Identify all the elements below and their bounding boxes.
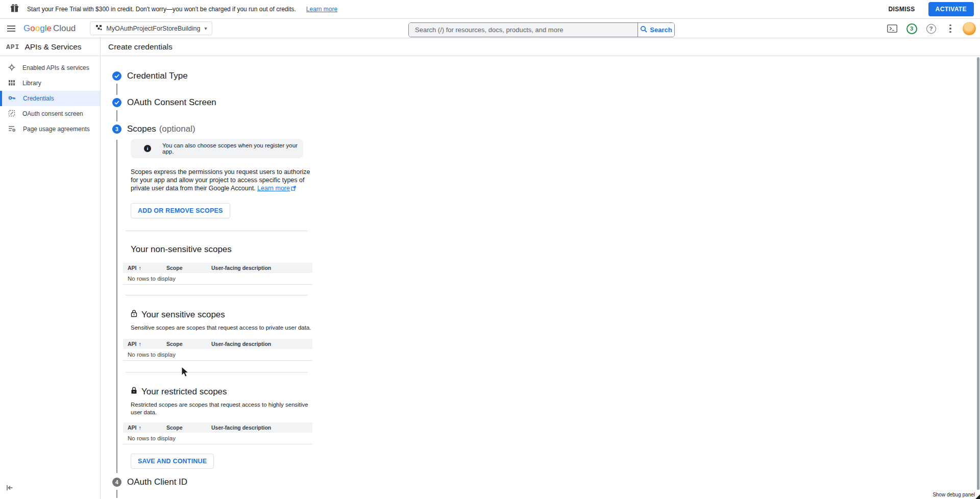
step-number-badge: 3 [112, 124, 121, 134]
step-connector [116, 490, 117, 498]
library-icon [8, 79, 15, 88]
trial-banner: Start your Free Trial with $300 in credi… [0, 0, 980, 19]
dismiss-button[interactable]: DISMISS [884, 3, 919, 16]
trial-banner-text: Start your Free Trial with $300 in credi… [27, 6, 296, 13]
external-link-icon [291, 185, 296, 193]
search-button[interactable]: Search [638, 23, 674, 37]
main-content: Create credentials Credential Type OAuth… [101, 38, 980, 499]
sidebar-item-page-usage[interactable]: Page usage agreements [0, 121, 100, 137]
step-oauth-client-id[interactable]: 4 OAuth Client ID [101, 477, 980, 487]
project-icon [95, 24, 102, 33]
restricted-scopes-description: Restricted scopes are scopes that reques… [131, 401, 321, 416]
divider [126, 295, 308, 295]
divider [126, 372, 308, 372]
scopes-info-note: i You can also choose scopes when you re… [131, 139, 303, 158]
api-column-header[interactable]: API↑ [128, 341, 166, 347]
cloud-shell-icon[interactable] [885, 21, 899, 36]
scope-column-header[interactable]: Scope [166, 425, 211, 431]
step-complete-icon [112, 98, 121, 107]
search-bar: Search [408, 22, 675, 37]
debug-corner-fold[interactable] [975, 494, 980, 499]
divider [126, 231, 308, 231]
step-connector [116, 84, 117, 95]
empty-rows-message: No rows to display [123, 349, 312, 361]
enabled-apis-icon [8, 64, 15, 72]
api-column-header[interactable]: API↑ [128, 425, 166, 431]
sidebar: API APIs & Services Enabled APIs & servi… [0, 38, 101, 499]
agreements-icon [8, 125, 16, 134]
step-number-badge: 4 [112, 478, 121, 487]
gift-icon [10, 4, 19, 14]
scope-column-header[interactable]: Scope [166, 341, 211, 347]
page-title: Create credentials [108, 42, 173, 52]
sidebar-item-library[interactable]: Library [0, 76, 100, 91]
step-scopes[interactable]: 3 Scopes (optional) [101, 124, 980, 134]
activate-button[interactable]: ACTIVATE [928, 2, 974, 16]
empty-rows-message: No rows to display [123, 273, 312, 285]
help-icon[interactable]: ? [924, 21, 938, 36]
collapse-sidebar-icon[interactable] [6, 484, 13, 493]
sidebar-item-credentials[interactable]: Credentials [0, 91, 100, 106]
step-complete-icon [112, 71, 121, 81]
menu-icon[interactable] [1, 19, 21, 38]
add-or-remove-scopes-button[interactable]: ADD OR REMOVE SCOPES [131, 203, 230, 218]
sort-ascending-icon: ↑ [139, 425, 142, 431]
notifications-badge[interactable]: 3 [904, 21, 919, 36]
scopes-learn-more-link[interactable]: Learn more [257, 185, 296, 192]
scopes-step-body: i You can also choose scopes when you re… [101, 139, 980, 474]
step-oauth-consent-screen[interactable]: OAuth Consent Screen [101, 97, 980, 108]
lock-open-icon [131, 310, 137, 320]
show-debug-panel-link[interactable]: Show debug panel [933, 492, 975, 497]
consent-screen-icon [8, 110, 15, 118]
sort-ascending-icon: ↑ [139, 265, 142, 271]
google-cloud-logo[interactable]: GoogleCloud [23, 23, 76, 34]
project-selector[interactable]: MyOAuthProjectForStoreBuilding ▾ [90, 21, 212, 35]
sidebar-item-enabled-apis[interactable]: Enabled APIs & services [0, 60, 100, 76]
restricted-scopes-table: API↑ Scope User-facing description No ro… [123, 422, 312, 444]
avatar[interactable] [963, 22, 976, 35]
search-input[interactable] [409, 23, 638, 37]
empty-rows-message: No rows to display [123, 433, 312, 444]
sensitive-scopes-heading: Your sensitive scopes [131, 310, 321, 320]
step-credential-type[interactable]: Credential Type [101, 71, 980, 81]
search-icon [640, 26, 647, 34]
scope-column-header[interactable]: Scope [166, 265, 211, 271]
chevron-down-icon: ▾ [204, 26, 207, 31]
sensitive-scopes-table: API↑ Scope User-facing description No ro… [123, 339, 312, 361]
info-icon: i [144, 145, 151, 152]
lock-icon [131, 387, 137, 397]
apis-services-logo: API [6, 43, 19, 51]
non-sensitive-scopes-table: API↑ Scope User-facing description No ro… [123, 263, 312, 285]
description-column-header[interactable]: User-facing description [211, 341, 312, 347]
sidebar-title: APIs & Services [24, 42, 81, 52]
api-column-header[interactable]: API↑ [128, 265, 166, 271]
restricted-scopes-heading: Your restricted scopes [131, 387, 321, 397]
sensitive-scopes-description: Sensitive scopes are scopes that request… [131, 324, 321, 332]
non-sensitive-scopes-heading: Your non-sensitive scopes [131, 244, 321, 255]
sort-ascending-icon: ↑ [139, 341, 142, 347]
key-icon [8, 94, 16, 103]
description-column-header[interactable]: User-facing description [211, 265, 312, 271]
sidebar-item-oauth-consent[interactable]: OAuth consent screen [0, 106, 100, 121]
description-column-header[interactable]: User-facing description [211, 425, 312, 431]
scrollbar[interactable] [977, 57, 979, 490]
scopes-description: Scopes express the permissions you reque… [131, 168, 310, 193]
trial-learn-more-link[interactable]: Learn more [306, 6, 337, 13]
save-and-continue-button[interactable]: SAVE AND CONTINUE [131, 454, 214, 469]
project-name: MyOAuthProjectForStoreBuilding [106, 25, 200, 32]
step-connector [116, 110, 117, 121]
more-vert-icon[interactable] [943, 21, 958, 36]
